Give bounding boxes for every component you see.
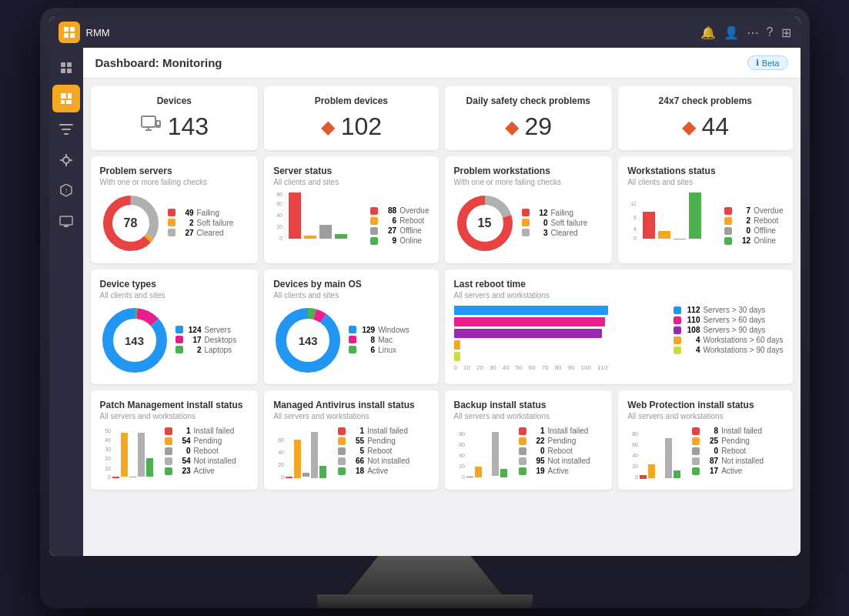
device-types-donut: 143 xyxy=(100,306,169,375)
svg-rect-83 xyxy=(466,477,473,477)
sidebar-item-alerts[interactable]: ! xyxy=(52,177,80,205)
bell-icon[interactable]: 🔔 xyxy=(700,25,716,40)
svg-text:40: 40 xyxy=(105,437,111,443)
svg-rect-41 xyxy=(335,234,347,239)
svg-rect-67 xyxy=(138,433,145,477)
svg-text:0: 0 xyxy=(633,236,637,241)
workstation-status-legend: 7 Overdue 2 Reboot 0 Offline 12 Online xyxy=(724,206,783,246)
svg-rect-84 xyxy=(475,467,482,477)
svg-rect-1 xyxy=(70,27,75,32)
devices-by-os-legend: 129 Windows 8 Mac 6 Linux xyxy=(349,326,409,356)
svg-text:30: 30 xyxy=(105,447,111,452)
card-backup[interactable]: Backup install status All servers and wo… xyxy=(445,390,613,490)
grid-icon[interactable]: ⊞ xyxy=(781,25,791,40)
problem-workstations-title: Problem workstations xyxy=(454,166,603,176)
card-managed-antivirus[interactable]: Managed Antivirus install status All ser… xyxy=(264,390,438,490)
card-server-status[interactable]: Server status All clients and sites 0 20… xyxy=(264,156,438,263)
daily-safety-value: 29 xyxy=(525,112,553,141)
devices-by-os-donut: 143 xyxy=(273,306,343,375)
svg-rect-12 xyxy=(59,124,73,126)
svg-rect-68 xyxy=(146,458,153,477)
svg-text:10: 10 xyxy=(105,466,111,471)
svg-rect-97 xyxy=(674,470,680,478)
svg-text:20: 20 xyxy=(278,462,284,467)
problem-devices-value: 102 xyxy=(341,112,382,141)
svg-rect-93 xyxy=(640,475,647,479)
user-icon[interactable]: 👤 xyxy=(724,25,739,40)
devices-value: 143 xyxy=(168,112,209,141)
svg-text:20: 20 xyxy=(632,464,638,469)
svg-text:0: 0 xyxy=(635,474,638,480)
svg-rect-40 xyxy=(319,225,332,239)
svg-text:40: 40 xyxy=(632,453,638,458)
topbar: RMM 🔔 👤 ⋯ ? ⊞ xyxy=(49,17,801,48)
help-icon[interactable]: ? xyxy=(767,25,774,39)
device-types-subtitle: All clients and sites xyxy=(100,291,249,300)
svg-text:60: 60 xyxy=(459,442,465,447)
main-content: Dashboard: Monitoring ℹ Beta Devices xyxy=(83,48,801,556)
backup-title: Backup install status xyxy=(454,400,603,410)
card-problem-servers[interactable]: Problem servers With one or more failing… xyxy=(91,156,259,263)
sidebar-item-home[interactable] xyxy=(52,54,80,82)
svg-text:0: 0 xyxy=(279,236,282,241)
card-24x7[interactable]: 24x7 check problems ◆ 44 xyxy=(618,86,792,150)
backup-legend: 1 Install failed 22 Pending 0 Reboot 95 … xyxy=(519,427,590,480)
svg-rect-6 xyxy=(61,69,65,73)
problem-servers-subtitle: With one or more failing checks xyxy=(100,178,249,186)
server-status-title: Server status xyxy=(273,166,429,176)
svg-text:40: 40 xyxy=(276,213,282,218)
card-patch-management[interactable]: Patch Management install status All serv… xyxy=(91,390,259,490)
svg-text:60: 60 xyxy=(276,201,282,206)
svg-rect-38 xyxy=(289,192,301,239)
problem-workstations-center: 15 xyxy=(478,216,492,230)
card-problem-workstations[interactable]: Problem workstations With one or more fa… xyxy=(445,156,613,263)
svg-text:80: 80 xyxy=(459,431,465,437)
antivirus-subtitle: All servers and workstations xyxy=(273,412,429,420)
page-header: Dashboard: Monitoring ℹ Beta xyxy=(83,48,801,79)
card-last-reboot[interactable]: Last reboot time All servers and worksta… xyxy=(445,270,793,384)
svg-rect-74 xyxy=(294,440,301,478)
svg-rect-94 xyxy=(648,464,655,478)
svg-rect-9 xyxy=(68,93,72,99)
svg-text:60: 60 xyxy=(278,437,284,443)
svg-text:8: 8 xyxy=(633,215,637,220)
sidebar-item-dashboard[interactable] xyxy=(52,85,80,112)
card-problem-devices[interactable]: Problem devices ◆ 102 xyxy=(264,86,438,150)
sidebar-item-monitor[interactable] xyxy=(52,208,80,236)
web-protection-title: Web Protection install status xyxy=(627,400,783,410)
svg-text:12: 12 xyxy=(630,201,637,206)
sidebar-item-filter[interactable] xyxy=(52,116,80,143)
patch-title: Patch Management install status xyxy=(100,400,249,410)
card-device-types[interactable]: Device types All clients and sites xyxy=(91,270,259,384)
svg-rect-7 xyxy=(67,69,72,73)
patch-chart: 0 10 20 30 40 50 xyxy=(100,427,162,480)
svg-rect-66 xyxy=(129,477,136,477)
svg-text:80: 80 xyxy=(632,431,638,437)
web-protection-chart: 0 20 40 60 80 xyxy=(627,427,689,480)
svg-rect-64 xyxy=(112,477,119,478)
svg-rect-0 xyxy=(64,27,69,32)
patch-subtitle: All servers and workstations xyxy=(100,412,249,420)
svg-text:4: 4 xyxy=(633,226,637,232)
card-web-protection[interactable]: Web Protection install status All server… xyxy=(618,390,792,490)
card-devices[interactable]: Devices 143 xyxy=(91,86,259,150)
svg-text:20: 20 xyxy=(276,224,282,229)
daily-safety-title: Daily safety check problems xyxy=(454,95,603,106)
app-title: RMM xyxy=(86,27,110,38)
menu-icon[interactable]: ⋯ xyxy=(747,25,759,40)
svg-rect-87 xyxy=(500,469,507,477)
monitor-stand xyxy=(348,556,502,594)
device-types-title: Device types xyxy=(100,279,249,290)
card-workstation-status[interactable]: Workstations status All clients and site… xyxy=(618,156,792,263)
sidebar-item-devices[interactable] xyxy=(52,146,80,174)
svg-text:40: 40 xyxy=(459,453,465,458)
problem-workstations-legend: 12 Failing 0 Soft failure 3 Cleared xyxy=(522,209,588,239)
card-daily-safety[interactable]: Daily safety check problems ◆ 29 xyxy=(445,86,613,150)
svg-rect-11 xyxy=(66,100,72,104)
svg-rect-49 xyxy=(658,231,670,239)
card-devices-by-os[interactable]: Devices by main OS All clients and sites xyxy=(264,270,438,384)
danger-icon-3: ◆ xyxy=(682,116,696,138)
svg-text:60: 60 xyxy=(632,442,638,447)
devices-by-os-title: Devices by main OS xyxy=(273,279,429,290)
dashboard-grid: Devices 143 Problem devices ◆ 102 xyxy=(83,79,801,497)
